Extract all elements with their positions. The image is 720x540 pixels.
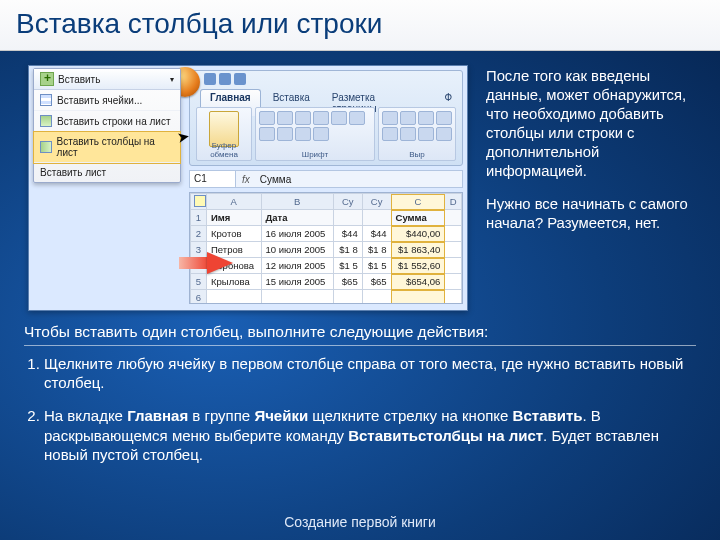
- paragraph: После того как введены данные, может обн…: [486, 67, 700, 181]
- sheet-icon: [194, 195, 206, 207]
- fx-icon[interactable]: fx: [236, 174, 256, 185]
- insert-dropdown: Вставить ▾ Вставить ячейки... Вставить с…: [33, 68, 181, 183]
- subheading: Чтобы вставить один столбец, выполните с…: [24, 323, 696, 346]
- namebox[interactable]: C1: [190, 171, 236, 187]
- step-1: Щелкните любую ячейку в первом столбце с…: [44, 354, 686, 392]
- dd-item-sheet[interactable]: Вставить лист: [34, 163, 180, 182]
- red-arrow-icon: [207, 252, 233, 274]
- dropdown-head: Вставить ▾: [34, 69, 180, 90]
- step-2: На вкладке Главная в группе Ячейки щелкн…: [44, 406, 686, 464]
- group-font: Шрифт: [255, 107, 375, 161]
- columns-icon: [40, 141, 52, 153]
- dd-item-columns[interactable]: Вставить столбцы на лист: [34, 132, 180, 163]
- dd-item-rows[interactable]: Вставить строки на лист: [34, 111, 180, 132]
- group-label: Выр: [379, 150, 455, 159]
- page-title: Вставка столбца или строки: [0, 0, 720, 51]
- dd-label: Вставить ячейки...: [57, 95, 142, 106]
- cells-icon: [40, 94, 52, 106]
- chevron-down-icon: ▾: [170, 75, 174, 84]
- worksheet[interactable]: ABСуСуCD 1ИмяДатаСумма2Кротов16 июля 200…: [189, 192, 463, 304]
- quick-access-toolbar: [204, 73, 246, 85]
- dd-label: Вставить столбцы на лист: [57, 136, 174, 158]
- ribbon: Главная Вставка Разметка страницы Ф Буфе…: [189, 70, 463, 166]
- paragraph: Нужно все начинать с самого начала? Разу…: [486, 195, 700, 233]
- dropdown-head-label: Вставить: [58, 74, 100, 85]
- dd-label: Вставить строки на лист: [57, 116, 170, 127]
- qat-icon[interactable]: [219, 73, 231, 85]
- dd-item-cells[interactable]: Вставить ячейки...: [34, 90, 180, 111]
- rows-icon: [40, 115, 52, 127]
- qat-icon[interactable]: [204, 73, 216, 85]
- group-clipboard: Буфер обмена: [196, 107, 252, 161]
- insert-icon: [40, 72, 54, 86]
- excel-screenshot: Вставить ▾ Вставить ячейки... Вставить с…: [28, 65, 468, 311]
- group-label: Буфер обмена: [197, 141, 251, 159]
- steps-list: Щелкните любую ячейку в первом столбце с…: [44, 354, 686, 464]
- formula-value[interactable]: Сумма: [256, 174, 295, 185]
- intro-text: После того как введены данные, может обн…: [486, 65, 700, 311]
- group-align: Выр: [378, 107, 456, 161]
- footer-text: Создание первой книги: [0, 514, 720, 530]
- formula-bar: C1 fx Сумма: [189, 170, 463, 188]
- group-label: Шрифт: [256, 150, 374, 159]
- dd-label: Вставить лист: [40, 167, 106, 178]
- qat-icon[interactable]: [234, 73, 246, 85]
